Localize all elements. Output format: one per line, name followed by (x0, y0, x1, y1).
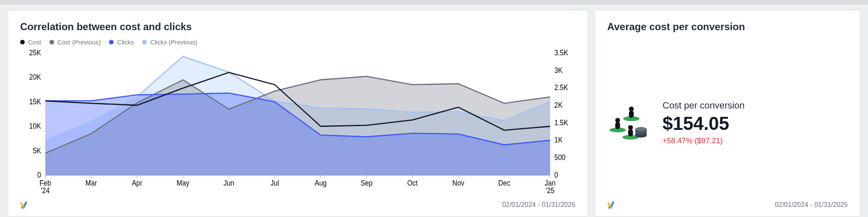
y-left-tick-label: 0 (37, 171, 41, 179)
y-right-tick-label: 2.5K (554, 83, 569, 92)
svg-point-21 (21, 207, 23, 209)
y-right-tick-label: 2K (554, 101, 563, 109)
x-tick-label: Sep (361, 179, 372, 187)
svg-rect-30 (629, 111, 634, 118)
kpi-text: Cost per conversion $154.05 +58.47% ($97… (663, 100, 745, 145)
y-left-tick-label: 10K (29, 122, 42, 130)
google-ads-icon (20, 200, 29, 209)
legend-label: Clicks (117, 39, 134, 46)
google-ads-icon (607, 200, 616, 209)
x-tick-label: Apr (132, 179, 142, 187)
x-tick-sublabel: '24 (41, 186, 50, 195)
kpi-card-title: Average cost per conversion (607, 21, 848, 33)
chart-plot-area[interactable]: 05K10K15K20K25K05001K1.5K2K2.5K3K3.5KFeb… (20, 48, 575, 197)
y-right-tick-label: 0 (554, 171, 558, 179)
kpi-label: Cost per conversion (663, 100, 745, 111)
y-left-tick-label: 25K (29, 49, 42, 57)
chart-card-footer: 02/01/2024 - 01/31/2025 (20, 200, 575, 209)
cost-per-conversion-card: Average cost per conversion (595, 11, 860, 216)
svg-point-38 (608, 207, 611, 209)
dashboard-cards: Correlation between cost and clicks Cost… (0, 4, 868, 216)
x-tick-label: Mar (86, 179, 97, 187)
y-left-tick-label: 20K (29, 73, 42, 81)
line-chart[interactable]: 05K10K15K20K25K05001K1.5K2K2.5K3K3.5KFeb… (20, 48, 575, 197)
y-right-tick-label: 500 (554, 153, 566, 162)
kpi-card-footer: 02/01/2024 - 01/31/2025 (607, 200, 848, 209)
correlation-chart-card: Correlation between cost and clicks Cost… (8, 11, 587, 216)
legend-item-cost-previous[interactable]: Cost (Previous) (49, 39, 101, 46)
x-tick-label: Jun (223, 179, 234, 187)
kpi-delta: +58.47% ($97.21) (663, 137, 745, 145)
svg-rect-26 (615, 122, 620, 129)
y-left-tick-label: 15K (29, 98, 42, 106)
kpi-value: $154.05 (663, 114, 745, 134)
x-tick-label: Jul (270, 179, 279, 187)
chart-title: Correlation between cost and clicks (20, 21, 575, 33)
y-right-tick-label: 1.5K (554, 119, 569, 127)
svg-point-35 (635, 127, 647, 131)
people-database-icon (607, 102, 647, 144)
chart-legend: Cost Cost (Previous) Clicks Clicks (Prev… (20, 39, 575, 46)
kpi-body: Cost per conversion $154.05 +58.47% ($97… (607, 39, 848, 197)
dot-icon (109, 40, 114, 44)
legend-label: Cost (Previous) (57, 39, 101, 46)
dot-icon (20, 40, 25, 44)
window-top-bar (0, 0, 868, 4)
x-tick-label: Dec (498, 179, 510, 187)
x-tick-label: Nov (452, 179, 465, 187)
legend-item-clicks-previous[interactable]: Clicks (Previous) (142, 39, 198, 46)
x-tick-sublabel: '25 (546, 186, 555, 195)
legend-label: Clicks (Previous) (150, 39, 198, 46)
svg-rect-28 (628, 129, 633, 136)
legend-item-cost[interactable]: Cost (20, 39, 41, 46)
chart-date-range: 02/01/2024 - 01/31/2025 (502, 201, 575, 209)
x-tick-label: Aug (315, 179, 327, 187)
y-left-tick-label: 5K (33, 147, 41, 155)
legend-item-clicks[interactable]: Clicks (109, 39, 134, 46)
dot-icon (142, 40, 147, 44)
dot-icon (49, 40, 54, 44)
kpi-date-range: 02/01/2024 - 01/31/2025 (775, 201, 848, 209)
x-tick-label: Oct (407, 179, 418, 187)
y-right-tick-label: 3K (554, 66, 563, 75)
x-tick-label: May (177, 179, 190, 187)
legend-label: Cost (28, 39, 41, 46)
y-right-tick-label: 3.5K (554, 49, 569, 57)
y-right-tick-label: 1K (554, 136, 563, 145)
